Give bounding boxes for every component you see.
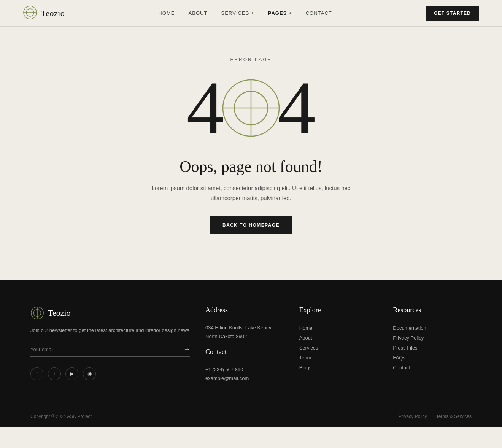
- footer-explore-blogs[interactable]: Blogs: [299, 363, 378, 373]
- error-number: 4 4: [186, 70, 316, 146]
- logo-text: Teozio: [41, 8, 65, 18]
- site-footer: Teozio Join our newsletter to get the la…: [0, 280, 502, 427]
- footer-tagline: Join our newsletter to get the latest ar…: [30, 327, 190, 335]
- nav-home[interactable]: HOME: [158, 10, 175, 16]
- footer-copyright: Copyright © 2024 ASK Project: [30, 414, 92, 419]
- footer-resources-documentation[interactable]: Documentation: [393, 323, 472, 333]
- footer-email: example@mail.com: [205, 374, 284, 383]
- error-description: Lorem ipsum dolor sit amet, consectetur …: [148, 183, 354, 203]
- error-digit-left: 4: [186, 70, 224, 146]
- dribbble-icon[interactable]: ◉: [83, 367, 96, 380]
- footer-explore-home[interactable]: Home: [299, 323, 378, 333]
- footer-contact-title: Contact: [205, 348, 284, 356]
- footer-address-column: Address 034 Erling Knolls, Lake Kenny No…: [205, 306, 284, 383]
- nav-about[interactable]: ABOUT: [189, 10, 208, 16]
- footer-brand-column: Teozio Join our newsletter to get the la…: [30, 306, 190, 383]
- footer-resources-contact[interactable]: Contact: [393, 363, 472, 373]
- footer-legal-links: Privacy Policy Terms & Services: [399, 414, 472, 419]
- footer-resources-faqs[interactable]: FAQs: [393, 353, 472, 363]
- get-started-button[interactable]: GET STARTED: [426, 6, 479, 21]
- footer-address-title: Address: [205, 306, 284, 314]
- twitter-icon[interactable]: t: [48, 367, 61, 380]
- footer-phone: +1 (234) 567 890: [205, 365, 284, 374]
- nav-contact[interactable]: CONTACT: [306, 10, 332, 16]
- main-nav: HOME ABOUT SERVICES PAGES CONTACT: [158, 10, 332, 16]
- footer-privacy-policy[interactable]: Privacy Policy: [399, 414, 427, 419]
- footer-resources-title: Resources: [393, 306, 472, 314]
- footer-submit-button[interactable]: →: [183, 345, 190, 353]
- footer-explore-about[interactable]: About: [299, 333, 378, 343]
- footer-bottom: Copyright © 2024 ASK Project Privacy Pol…: [30, 406, 472, 427]
- footer-explore-team[interactable]: Team: [299, 353, 378, 363]
- logo[interactable]: Teozio: [23, 5, 65, 21]
- nav-pages[interactable]: PAGES: [268, 10, 292, 16]
- error-digit-right: 4: [278, 70, 316, 146]
- youtube-icon[interactable]: ▶: [65, 367, 78, 380]
- footer-explore-title: Explore: [299, 306, 378, 314]
- footer-email-form: →: [30, 345, 190, 357]
- footer-logo-text: Teozio: [48, 308, 71, 318]
- footer-terms-services[interactable]: Terms & Services: [436, 414, 472, 419]
- footer-top: Teozio Join our newsletter to get the la…: [30, 306, 472, 406]
- facebook-icon[interactable]: f: [30, 367, 43, 380]
- back-to-homepage-button[interactable]: BACK TO HOMEPAGE: [210, 216, 292, 234]
- nav-services[interactable]: SERVICES: [221, 10, 254, 16]
- footer-email-input[interactable]: [30, 346, 183, 352]
- error-logo-circle: [221, 78, 281, 138]
- error-label: ERROR PAGE: [230, 57, 272, 62]
- site-header: Teozio HOME ABOUT SERVICES PAGES CONTACT…: [0, 0, 502, 27]
- footer-resources-press[interactable]: Press Files: [393, 343, 472, 353]
- footer-resources-privacy[interactable]: Privacy Policy: [393, 333, 472, 343]
- footer-logo[interactable]: Teozio: [30, 306, 190, 320]
- footer-address-line2: North Dakota 8902: [205, 332, 284, 341]
- error-title: Oops, page not found!: [180, 157, 322, 176]
- error-section: ERROR PAGE 4 4 Oops, page not found! Lor…: [0, 27, 502, 280]
- footer-explore-column: Explore Home About Services Team Blogs: [299, 306, 378, 383]
- social-icons: f t ▶ ◉: [30, 367, 190, 380]
- logo-icon: [23, 5, 37, 21]
- footer-explore-services[interactable]: Services: [299, 343, 378, 353]
- footer-resources-column: Resources Documentation Privacy Policy P…: [393, 306, 472, 383]
- footer-logo-icon: [30, 306, 44, 320]
- footer-address-line1: 034 Erling Knolls, Lake Kenny: [205, 323, 284, 332]
